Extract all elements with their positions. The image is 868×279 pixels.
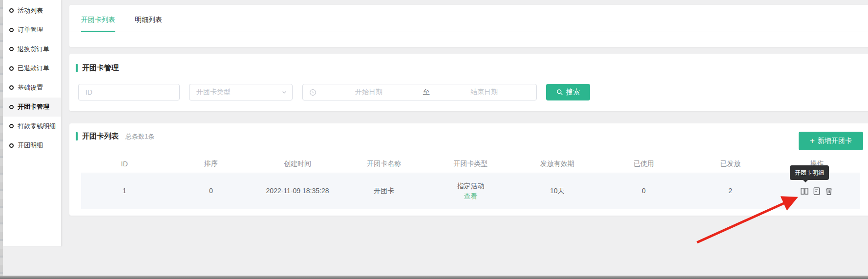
- column-header-used: 已使用: [600, 155, 687, 173]
- filter-row: 开团卡类型 开始日期 至 结束日期: [69, 84, 868, 100]
- filter-card: 开团卡管理 开团卡类型 开始日期 至 结束日期: [69, 54, 868, 111]
- tooltip-text: 开团卡明细: [795, 169, 824, 176]
- sidebar-item-activity-list[interactable]: 活动列表: [3, 1, 61, 20]
- delete-trash-icon[interactable]: [825, 187, 833, 196]
- cell-issued: 2: [687, 173, 774, 209]
- column-header-id: ID: [81, 155, 168, 173]
- sidebar-item-label: 开团明细: [18, 141, 43, 150]
- table-header-row: ID 排序 创建时间 开团卡名称 开团卡类型 发放有效期 已使用 已发放 操作: [81, 155, 860, 173]
- id-field-wrap: [78, 84, 180, 100]
- tab-detail-list[interactable]: 明细列表: [135, 5, 162, 32]
- radio-circle-icon: [9, 28, 14, 32]
- date-range-picker[interactable]: 开始日期 至 结束日期: [302, 84, 537, 100]
- total-count-label: 总条数1条: [126, 132, 154, 141]
- sidebar-item-return-orders[interactable]: 退换货订单: [3, 40, 61, 59]
- radio-circle-icon: [9, 66, 14, 71]
- date-separator: 至: [421, 88, 432, 97]
- add-button-label: 新增开团卡: [818, 137, 852, 145]
- tooltip-group-card-detail: 开团卡明细: [790, 165, 829, 180]
- add-group-card-button[interactable]: + 新增开团卡: [799, 132, 863, 150]
- chevron-down-icon: [281, 89, 287, 95]
- radio-circle-icon: [9, 47, 14, 51]
- sidebar: 活动列表 订单管理 退换货订单 已退款订单 基础设置 开团卡管理 打款零钱明细: [3, 0, 62, 246]
- sidebar-item-label: 订单管理: [18, 25, 43, 34]
- end-date-placeholder[interactable]: 结束日期: [432, 88, 536, 97]
- tabs-card: 开团卡列表 明细列表: [69, 5, 868, 47]
- radio-circle-icon: [9, 105, 14, 109]
- tooltip-caret: [803, 179, 808, 182]
- tab-group-card-list[interactable]: 开团卡列表: [81, 5, 115, 32]
- sidebar-item-label: 基础设置: [18, 83, 43, 92]
- cell-type: 指定活动 查看: [427, 173, 514, 209]
- cell-name: 开团卡: [341, 173, 427, 209]
- list-title-text: 开团卡列表: [82, 132, 119, 141]
- sidebar-item-label: 退换货订单: [18, 45, 49, 54]
- sidebar-item-refunded-orders[interactable]: 已退款订单: [3, 59, 61, 79]
- sidebar-item-basic-settings[interactable]: 基础设置: [3, 78, 61, 98]
- cell-sort: 0: [168, 173, 254, 209]
- cell-created: 2022-11-09 18:35:28: [254, 173, 340, 209]
- search-icon: [556, 89, 563, 96]
- cell-used: 0: [600, 173, 687, 209]
- list-card: 开团卡列表 总条数1条 + 新增开团卡 ID 排序 创建时间 开团卡名称 开团卡…: [69, 123, 868, 216]
- list-section-title: 开团卡列表 总条数1条: [76, 132, 154, 141]
- tabs: 开团卡列表 明细列表: [81, 5, 182, 32]
- filter-section-title: 开团卡管理: [76, 63, 119, 73]
- sidebar-item-label: 已退款订单: [18, 64, 49, 73]
- table-row: 1 0 2022-11-09 18:35:28 开团卡 指定活动 查看 10天 …: [81, 173, 860, 209]
- bottom-window-edge: [0, 276, 868, 279]
- radio-circle-icon: [9, 85, 14, 90]
- radio-circle-icon: [9, 143, 14, 148]
- sidebar-item-payment-change-detail[interactable]: 打款零钱明细: [3, 117, 61, 136]
- filter-title-text: 开团卡管理: [82, 63, 119, 73]
- sidebar-item-label: 活动列表: [18, 6, 43, 15]
- edit-document-icon[interactable]: [812, 187, 821, 196]
- column-header-issued: 已发放: [687, 155, 774, 173]
- radio-circle-icon: [9, 124, 14, 128]
- cell-id: 1: [81, 173, 168, 209]
- sidebar-item-group-detail[interactable]: 开团明细: [3, 136, 61, 156]
- green-bar-icon: [76, 64, 78, 72]
- group-card-detail-icon[interactable]: [800, 187, 809, 196]
- sidebar-item-group-card-management[interactable]: 开团卡管理: [3, 98, 61, 117]
- plus-icon: +: [810, 137, 815, 145]
- card-type-select[interactable]: 开团卡类型: [189, 84, 293, 100]
- id-input[interactable]: [79, 84, 179, 100]
- column-header-validity: 发放有效期: [514, 155, 600, 173]
- clock-icon: [309, 89, 317, 96]
- page: 活动列表 订单管理 退换货订单 已退款订单 基础设置 开团卡管理 打款零钱明细: [0, 0, 868, 279]
- view-link[interactable]: 查看: [464, 191, 477, 201]
- search-button[interactable]: 搜索: [546, 84, 590, 100]
- sidebar-item-label: 打款零钱明细: [18, 122, 56, 131]
- sidebar-item-order-management[interactable]: 订单管理: [3, 20, 61, 40]
- column-header-sort: 排序: [168, 155, 254, 173]
- column-header-name: 开团卡名称: [341, 155, 427, 173]
- column-header-type: 开团卡类型: [427, 155, 514, 173]
- cell-validity: 10天: [514, 173, 600, 209]
- cell-type-text: 指定活动: [457, 181, 484, 191]
- column-header-created: 创建时间: [254, 155, 340, 173]
- search-button-label: 搜索: [566, 88, 580, 97]
- sidebar-item-label: 开团卡管理: [18, 102, 49, 111]
- start-date-placeholder[interactable]: 开始日期: [317, 88, 421, 97]
- radio-circle-icon: [9, 8, 14, 13]
- card-type-select-placeholder: 开团卡类型: [190, 88, 281, 97]
- green-bar-icon: [76, 132, 78, 140]
- tabs-divider: [69, 32, 868, 32]
